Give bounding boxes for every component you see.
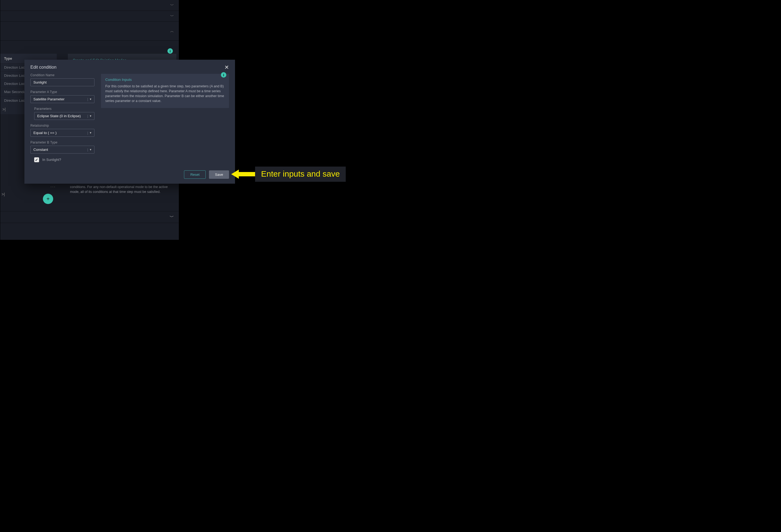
select-value: Eclipse State (0 in Eclipse) — [37, 114, 81, 118]
info-title: Condition Inputs — [105, 78, 225, 82]
description-text: conditions. For any non-default operatio… — [70, 184, 176, 194]
chevron-down-icon: ﹀ — [170, 214, 174, 220]
edit-condition-modal: Edit condition ✕ Condition Name Paramete… — [25, 60, 235, 184]
info-icon[interactable]: i — [167, 48, 173, 54]
condition-inputs-info: i Condition Inputs For this condition to… — [101, 74, 229, 108]
chevron-down-icon: ▾ — [90, 131, 91, 135]
param-b-type-label: Parameter B Type — [30, 140, 94, 144]
add-button[interactable]: + — [43, 194, 53, 204]
info-text: For this condition to be satisfied at a … — [105, 84, 225, 104]
param-b-type-select[interactable]: Constant | ▾ — [30, 146, 94, 153]
info-icon[interactable]: i — [221, 72, 226, 78]
expanded-section-row[interactable]: ︿ — [0, 22, 179, 41]
in-sunlight-label: In Sunlight? — [42, 158, 61, 162]
close-icon[interactable]: ✕ — [224, 64, 229, 70]
select-value: Equal to ( == ) — [33, 131, 57, 135]
parameters-label: Parameters — [34, 107, 94, 111]
in-sunlight-checkbox[interactable]: ✓ — [34, 157, 39, 162]
chevron-down-icon: ﹀ — [170, 3, 174, 8]
select-value: Satellite Parameter — [33, 97, 65, 101]
modal-title: Edit condition — [30, 65, 56, 70]
collapsed-section-row[interactable]: ﹀ — [0, 211, 179, 223]
select-value: Constant — [33, 147, 48, 152]
condition-name-input[interactable] — [30, 78, 94, 86]
chevron-down-icon: ﹀ — [170, 14, 174, 19]
collapsed-section-row[interactable]: ﹀ — [0, 0, 179, 11]
param-a-type-label: Parameter A Type — [30, 90, 94, 94]
chevron-down-icon: ▾ — [90, 97, 91, 101]
annotation-label: Enter inputs and save — [255, 167, 346, 182]
chevron-up-icon: ︿ — [170, 29, 174, 34]
chevron-down-icon: ▾ — [90, 114, 91, 118]
chevron-down-icon: ▾ — [90, 148, 91, 151]
relationship-label: Relationship — [30, 124, 94, 128]
param-a-type-select[interactable]: Satellite Parameter | ▾ — [30, 95, 94, 103]
relationship-select[interactable]: Equal to ( == ) | ▾ — [30, 129, 94, 137]
save-button[interactable]: Save — [209, 170, 229, 179]
parameters-select[interactable]: Eclipse State (0 in Eclipse) | ▾ — [34, 112, 94, 120]
more-icon[interactable]: ... — [50, 183, 56, 188]
condition-name-label: Condition Name — [30, 73, 94, 77]
annotation-arrow — [231, 170, 256, 179]
collapsed-section-row[interactable]: ﹀ — [0, 11, 179, 22]
pager-last[interactable]: >| — [2, 192, 5, 196]
reset-button[interactable]: Reset — [184, 170, 206, 179]
